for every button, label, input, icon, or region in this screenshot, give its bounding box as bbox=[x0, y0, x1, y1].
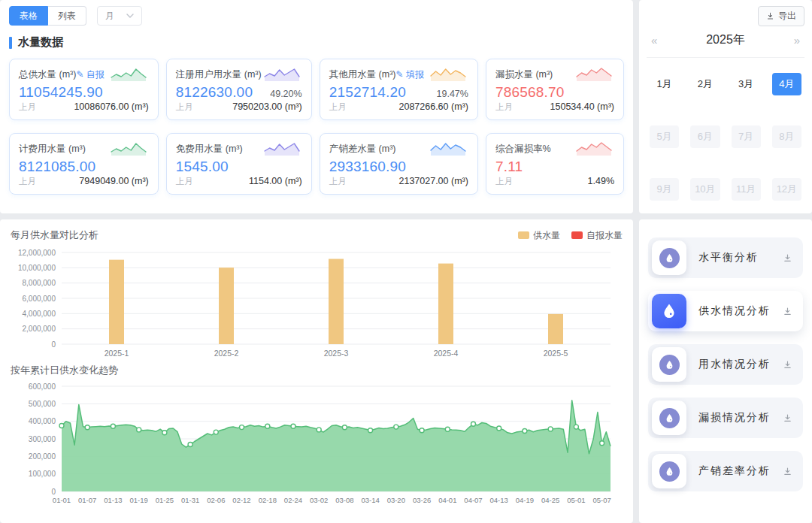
stat-card: 漏损水量 (m³) 786568.70 上月 150534.40 (m³) bbox=[486, 59, 624, 120]
analysis-download-button[interactable] bbox=[783, 253, 792, 263]
month-cell-4[interactable]: 4月 bbox=[772, 73, 801, 95]
stat-card-prev-label: 上月 bbox=[495, 176, 513, 187]
water-drop-tile bbox=[652, 240, 686, 275]
svg-text:01-07: 01-07 bbox=[78, 496, 96, 504]
svg-text:01-31: 01-31 bbox=[181, 496, 199, 504]
month-cell-7: 7月 bbox=[732, 125, 761, 148]
svg-text:04-25: 04-25 bbox=[541, 496, 559, 504]
svg-text:300,000: 300,000 bbox=[29, 435, 56, 443]
svg-text:01-13: 01-13 bbox=[104, 496, 122, 504]
stat-card-percent: 19.47% bbox=[437, 89, 468, 99]
stat-card-value: 1545.00 bbox=[176, 159, 229, 175]
stat-card-edit-link[interactable]: ✎ 填报 bbox=[396, 68, 424, 81]
water-drop-badge bbox=[659, 355, 680, 375]
tab-list[interactable]: 列表 bbox=[48, 6, 86, 26]
next-year-button[interactable]: » bbox=[794, 34, 800, 47]
stat-card-label: 综合漏损率% bbox=[495, 143, 551, 156]
month-cell-5: 5月 bbox=[650, 125, 679, 148]
legend-item[interactable]: 自报水量 bbox=[571, 229, 623, 242]
section-title-row: 水量数据 bbox=[9, 35, 624, 50]
analysis-item[interactable]: 漏损情况分析 bbox=[648, 398, 803, 438]
stat-card-prev-label: 上月 bbox=[176, 176, 193, 187]
analysis-download-button[interactable] bbox=[783, 307, 792, 316]
water-drop-tile bbox=[652, 454, 686, 488]
stat-card-value: 8122630.00 bbox=[176, 84, 253, 101]
month-cell-3[interactable]: 3月 bbox=[732, 73, 761, 95]
legend-swatch-icon bbox=[518, 231, 529, 239]
svg-text:02-06: 02-06 bbox=[207, 496, 225, 504]
svg-text:2025-1: 2025-1 bbox=[105, 349, 129, 358]
analysis-item-label: 水平衡分析 bbox=[698, 251, 759, 265]
prev-year-button[interactable]: « bbox=[651, 34, 657, 47]
water-drop-icon bbox=[665, 413, 674, 423]
svg-text:03-08: 03-08 bbox=[335, 496, 353, 504]
area-chart-header: 按年累计日供水变化趋势 bbox=[11, 362, 623, 379]
stat-card-label: 总供水量 (m³) bbox=[19, 68, 76, 81]
svg-text:600,000: 600,000 bbox=[29, 382, 56, 391]
legend-item[interactable]: 供水量 bbox=[518, 229, 560, 242]
stat-card-prev-label: 上月 bbox=[495, 101, 513, 113]
water-drop-tile bbox=[652, 294, 686, 328]
analysis-item-label: 供水情况分析 bbox=[698, 304, 771, 318]
stat-card-value: 2933160.90 bbox=[329, 159, 406, 175]
stat-card: 总供水量 (m³) ✎ 自报 11054245.90 上月 10086076.0… bbox=[9, 59, 159, 120]
stat-card-prev-label: 上月 bbox=[19, 176, 36, 187]
stat-card-label: 免费用水量 (m³) bbox=[176, 143, 243, 156]
month-cell-2[interactable]: 2月 bbox=[690, 73, 720, 95]
analysis-download-button[interactable] bbox=[783, 413, 792, 423]
svg-text:0: 0 bbox=[51, 340, 56, 349]
stat-card-prev-label: 上月 bbox=[176, 101, 193, 113]
export-button[interactable]: 导出 bbox=[758, 6, 804, 26]
svg-text:01-25: 01-25 bbox=[156, 496, 174, 504]
stat-card-prev-label: 上月 bbox=[329, 101, 347, 113]
period-select[interactable]: 月 bbox=[97, 6, 142, 26]
stat-card: 免费用水量 (m³) 1545.00 上月 1154.00 (m³) bbox=[166, 133, 312, 195]
svg-text:500,000: 500,000 bbox=[29, 400, 56, 408]
stat-card-prev-value: 1154.00 (m³) bbox=[249, 176, 302, 186]
stat-card-value: 2152714.20 bbox=[329, 84, 406, 101]
month-cell-1[interactable]: 1月 bbox=[650, 73, 679, 95]
download-icon bbox=[783, 253, 792, 263]
water-drop-badge bbox=[659, 408, 680, 428]
stat-card-edit-link[interactable]: ✎ 自报 bbox=[76, 68, 104, 81]
stat-card-label: 计费用水量 (m³) bbox=[19, 143, 86, 156]
sparkline-icon bbox=[108, 66, 149, 83]
stat-card-value: 7.11 bbox=[495, 159, 523, 175]
month-cell-8: 8月 bbox=[772, 125, 801, 148]
water-drop-badge bbox=[659, 461, 680, 482]
legend-label: 自报水量 bbox=[586, 229, 623, 242]
svg-text:10,000,000: 10,000,000 bbox=[18, 264, 56, 272]
tab-table[interactable]: 表格 bbox=[9, 6, 48, 26]
stat-card-value: 786568.70 bbox=[495, 84, 565, 101]
legend-swatch-icon bbox=[571, 231, 583, 239]
analysis-list: 水平衡分析 供水情况分析 用水情况分析 漏损情况分析 bbox=[648, 237, 803, 491]
svg-text:04-19: 04-19 bbox=[516, 496, 534, 504]
stat-card-percent: 49.20% bbox=[270, 89, 301, 99]
svg-text:4,000,000: 4,000,000 bbox=[23, 310, 56, 318]
stat-card-prev-value: 150534.40 (m³) bbox=[550, 101, 614, 112]
analysis-item[interactable]: 水平衡分析 bbox=[648, 237, 803, 278]
svg-text:03-02: 03-02 bbox=[310, 496, 328, 504]
month-cell-11: 11月 bbox=[732, 178, 761, 201]
water-drop-icon bbox=[665, 467, 674, 476]
sparkline-icon bbox=[262, 141, 302, 157]
sparkline-icon bbox=[574, 66, 614, 83]
analysis-download-button[interactable] bbox=[783, 360, 792, 370]
download-icon bbox=[783, 467, 792, 476]
svg-text:05-01: 05-01 bbox=[567, 496, 585, 504]
charts-panel: 每月供水量对比分析 供水量自报水量 02,000,0004,000,0006,0… bbox=[0, 219, 633, 523]
stat-card-prev-value: 2137027.00 (m³) bbox=[398, 176, 468, 186]
analysis-panel: 水平衡分析 供水情况分析 用水情况分析 漏损情况分析 bbox=[639, 219, 812, 523]
analysis-download-button[interactable] bbox=[783, 467, 792, 476]
analysis-item[interactable]: 供水情况分析 bbox=[648, 291, 803, 331]
title-accent-bar bbox=[9, 37, 12, 49]
sparkline-icon bbox=[428, 141, 468, 157]
svg-text:03-14: 03-14 bbox=[361, 496, 379, 504]
analysis-item[interactable]: 用水情况分析 bbox=[648, 344, 803, 385]
bar-chart-header: 每月供水量对比分析 供水量自报水量 bbox=[11, 227, 623, 243]
svg-text:03-20: 03-20 bbox=[387, 496, 405, 504]
svg-text:04-07: 04-07 bbox=[464, 496, 482, 504]
monthly-supply-bar-chart: 02,000,0004,000,0006,000,0008,000,00010,… bbox=[11, 243, 621, 362]
analysis-item[interactable]: 产销差率分析 bbox=[648, 451, 803, 491]
download-icon bbox=[783, 413, 792, 423]
